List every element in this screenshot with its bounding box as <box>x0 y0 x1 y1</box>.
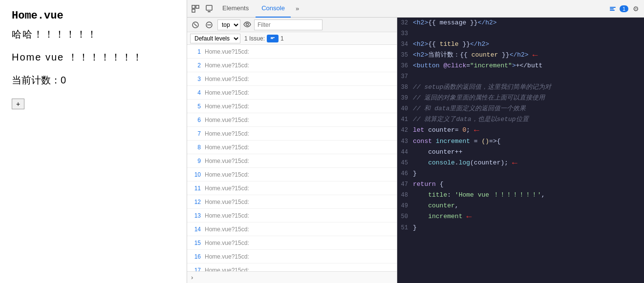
line-number: 33 <box>397 28 413 39</box>
log-source: Home.vue?15cd: <box>205 89 249 96</box>
log-row: 2 Home.vue?15cd: <box>187 59 397 72</box>
context-select[interactable]: top <box>217 20 240 30</box>
log-row: 8 Home.vue?15cd: <box>187 141 397 154</box>
line-content: // 就算定义了data，也是以setup位置 <box>413 114 640 125</box>
line-content: console.log(counter);← <box>413 158 640 168</box>
line-number: 44 <box>397 147 413 158</box>
preview-haha: 哈哈！！！！！！ <box>12 28 175 41</box>
line-number: 46 <box>397 168 413 179</box>
line-number: 43 <box>397 136 413 147</box>
line-content: return { <box>413 179 640 190</box>
log-line-number: 1 <box>187 48 205 55</box>
increment-button[interactable]: + <box>12 99 24 109</box>
log-line-number: 4 <box>187 89 205 96</box>
line-content: <button @click="increment">+</butt <box>413 61 640 71</box>
device-toolbar-icon[interactable] <box>203 2 215 15</box>
code-line: 38 // setup函数的返回值，这里我们简单的记为对 <box>397 82 644 93</box>
svg-rect-5 <box>610 7 616 8</box>
svg-rect-6 <box>610 8 614 9</box>
svg-line-9 <box>194 23 197 26</box>
console-pane: top Default levels 1 Issue: <box>187 18 397 283</box>
code-line: 51 } <box>397 222 644 233</box>
code-editor: 32 <h2>{{ message }}</h2> 33 34 <h2>{{ t… <box>397 18 644 233</box>
code-line: 46 } <box>397 168 644 179</box>
code-line: 47 return { <box>397 179 644 190</box>
issue-count-badge: 1 <box>620 5 628 12</box>
log-row: 13 Home.vue?15cd: <box>187 209 397 222</box>
code-line: 41 // 就算定义了data，也是以setup位置 <box>397 114 644 125</box>
log-source: Home.vue?15cd: <box>205 199 249 205</box>
console-levels-bar: Default levels 1 Issue: 1 <box>187 32 397 45</box>
line-content: const increment = ()=>{ <box>413 136 640 147</box>
code-line: 50 increment← <box>397 211 644 222</box>
svg-rect-1 <box>196 5 199 8</box>
line-number: 38 <box>397 82 413 93</box>
preview-panel: Home.vue 哈哈！！！！！！ Home vue ！！！！！！！ 当前计数：… <box>0 0 187 283</box>
log-line-number: 15 <box>187 240 205 246</box>
log-line-number: 12 <box>187 199 205 205</box>
line-number: 47 <box>397 179 413 190</box>
line-number: 49 <box>397 201 413 211</box>
log-source: Home.vue?15cd: <box>205 144 249 151</box>
code-line: 42 let counter= 0;← <box>397 125 644 136</box>
log-line-number: 16 <box>187 253 205 260</box>
log-source: Home.vue?15cd: <box>205 130 249 137</box>
line-number: 40 <box>397 103 413 114</box>
console-no-icon[interactable] <box>204 20 215 30</box>
console-toolbar: top <box>187 18 397 32</box>
line-number: 45 <box>397 158 413 168</box>
console-clear-icon[interactable] <box>190 20 201 30</box>
svg-rect-7 <box>610 10 615 11</box>
devtools-panel: Elements Console » 1 ⚙ <box>187 0 644 283</box>
log-source: Home.vue?15cd: <box>205 185 249 192</box>
log-source: Home.vue?15cd: <box>205 212 249 219</box>
line-content: counter, <box>413 201 640 211</box>
log-row: 3 Home.vue?15cd: <box>187 72 397 86</box>
log-row: 16 Home.vue?15cd: <box>187 250 397 263</box>
filter-input[interactable] <box>254 20 322 30</box>
log-row: 4 Home.vue?15cd: <box>187 86 397 100</box>
line-content: title: 'Home vue ！！！！！！！', <box>413 190 640 201</box>
settings-icon[interactable]: ⚙ <box>629 2 642 15</box>
expand-row[interactable]: › <box>187 271 397 283</box>
svg-rect-0 <box>192 5 195 8</box>
code-line: 39 // 返回的对象里面的属性在上面可以直接使用 <box>397 93 644 103</box>
preview-counter: 当前计数：0 <box>12 74 175 87</box>
log-source: Home.vue?15cd: <box>205 62 249 69</box>
console-badge-icon <box>609 5 617 13</box>
log-line-number: 17 <box>187 267 205 272</box>
log-source: Home.vue?15cd: <box>205 117 249 123</box>
preview-title: Home.vue <box>12 10 175 22</box>
log-source: Home.vue?15cd: <box>205 226 249 233</box>
line-content: } <box>413 222 640 233</box>
tab-elements[interactable]: Elements <box>216 0 255 18</box>
line-number: 35 <box>397 50 413 61</box>
line-number: 34 <box>397 39 413 50</box>
log-source: Home.vue?15cd: <box>205 76 249 82</box>
bottom-split: top Default levels 1 Issue: <box>187 18 644 283</box>
tab-more[interactable]: » <box>292 3 303 14</box>
line-content: // 和 data里面定义的返回值一个效果 <box>413 103 640 114</box>
line-number: 37 <box>397 71 413 82</box>
log-row: 5 Home.vue?15cd: <box>187 100 397 113</box>
log-line-number: 9 <box>187 158 205 164</box>
line-content: <h2>{{ message }}</h2> <box>413 18 640 28</box>
log-line-number: 5 <box>187 103 205 110</box>
log-source: Home.vue?15cd: <box>205 158 249 164</box>
code-line: 44 counter++ <box>397 147 644 158</box>
log-source: Home.vue?15cd: <box>205 267 249 272</box>
log-line-number: 11 <box>187 185 205 192</box>
tab-console[interactable]: Console <box>256 0 291 18</box>
line-content: } <box>413 168 640 179</box>
levels-select[interactable]: Default levels <box>190 34 240 43</box>
console-log-area: 1 Home.vue?15cd: 2 Home.vue?15cd: 3 Home… <box>187 45 397 271</box>
log-source: Home.vue?15cd: <box>205 171 249 178</box>
badge-area: 1 <box>609 5 628 13</box>
line-content: <h2>{{ title }}</h2> <box>413 39 640 50</box>
code-line: 35 <h2>当前计数：{{ counter }}</h2>← <box>397 50 644 61</box>
log-line-number: 10 <box>187 171 205 178</box>
inspect-icon[interactable] <box>189 2 202 15</box>
eye-icon[interactable] <box>243 21 251 29</box>
line-content: // setup函数的返回值，这里我们简单的记为对 <box>413 82 640 93</box>
log-row: 17 Home.vue?15cd: <box>187 263 397 271</box>
